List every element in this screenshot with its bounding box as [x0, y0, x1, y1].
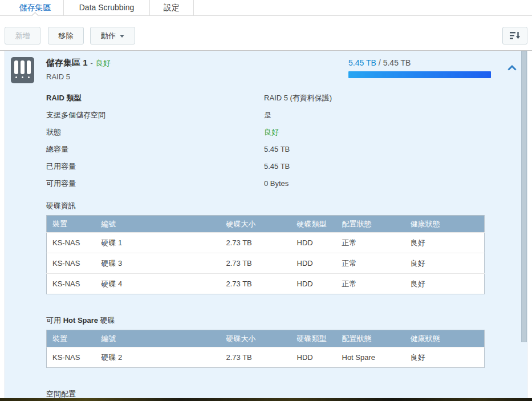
add-button[interactable]: 新增 [5, 27, 40, 44]
cell-number: 硬碟 3 [96, 253, 221, 274]
toolbar: 新增 移除 動作 [0, 17, 532, 50]
cell-health-status: 良好 [405, 253, 485, 274]
column-health-status: 健康狀態 [405, 216, 485, 233]
detail-label: RAID 類型 [46, 92, 264, 110]
detail-label: 總容量 [46, 144, 264, 161]
action-menu-button[interactable]: 動作 [90, 27, 135, 44]
sort-descending-icon [510, 31, 521, 40]
cell-allocation-status: 正常 [336, 274, 405, 294]
detail-value: 5.45 TB [264, 161, 290, 178]
column-type: 硬碟類型 [291, 216, 336, 233]
cell-size: 2.73 TB [221, 274, 291, 294]
action-button-label: 動作 [101, 31, 116, 40]
cell-type: HDD [291, 233, 336, 253]
storage-pool-panel[interactable]: 儲存集區 1-良好 RAID 5 5.45 TB/5.45 TB [5, 51, 527, 401]
detail-value: 5.45 TB [264, 144, 290, 161]
cell-health-status: 良好 [405, 274, 485, 294]
column-size: 硬碟大小 [221, 330, 291, 347]
hot-spare-table: 裝置 編號 硬碟大小 硬碟類型 配置狀態 健康狀態 KS-NAS 硬碟 2 2.… [46, 330, 485, 368]
tab-settings-label: 設定 [164, 3, 180, 12]
detail-label: 已用容量 [46, 161, 264, 178]
cell-health-status: 良好 [405, 347, 485, 368]
table-row: KS-NAS 硬碟 4 2.73 TB HDD 正常 良好 [47, 274, 485, 294]
remove-button-label: 移除 [59, 31, 74, 40]
tab-bar: 儲存集區 Data Scrubbing 設定 [0, 0, 532, 16]
cell-health-status: 良好 [405, 233, 485, 253]
caret-down-icon [120, 35, 124, 38]
capacity-text: 5.45 TB/5.45 TB [348, 58, 491, 67]
cell-type: HDD [291, 253, 336, 274]
cell-device: KS-NAS [47, 233, 96, 253]
remove-button[interactable]: 移除 [48, 27, 84, 44]
cell-number: 硬碟 4 [96, 274, 221, 294]
pool-header: 儲存集區 1-良好 RAID 5 5.45 TB/5.45 TB [5, 51, 527, 88]
column-allocation-status: 配置狀態 [336, 216, 405, 233]
detail-value: RAID 5 (有資料保護) [264, 92, 332, 110]
column-device: 裝置 [47, 216, 96, 233]
hot-spare-title-prefix: 可用 [46, 316, 63, 325]
detail-value: 是 [264, 110, 271, 127]
column-number: 編號 [96, 330, 221, 347]
column-device: 裝置 [47, 330, 96, 347]
cell-device: KS-NAS [47, 253, 96, 274]
tab-data-scrubbing[interactable]: Data Scrubbing [64, 0, 150, 16]
detail-row-status: 狀態 良好 [46, 127, 527, 144]
chevron-up-icon [507, 64, 517, 71]
tab-settings[interactable]: 設定 [150, 0, 194, 16]
cell-allocation-status: 正常 [336, 253, 405, 274]
drive-bay [21, 60, 25, 83]
cell-type: HDD [291, 347, 336, 368]
hot-spare-title-emphasis: Hot Spare [63, 316, 98, 325]
capacity-progress-bar [348, 71, 491, 78]
detail-row-multi-volume: 支援多個儲存空間 是 [46, 110, 527, 127]
drive-bay [27, 60, 31, 83]
cell-type: HDD [291, 274, 336, 294]
hot-spare-section-title: 可用 Hot Spare 硬碟 [46, 315, 527, 325]
detail-label: 狀態 [46, 127, 264, 144]
capacity-used: 5.45 TB [348, 58, 376, 67]
sort-button[interactable] [502, 27, 527, 44]
storage-manager-screen: 儲存集區 Data Scrubbing 設定 新增 移除 動作 [0, 0, 532, 401]
detail-value-status: 良好 [264, 127, 279, 144]
table-row: KS-NAS 硬碟 2 2.73 TB HDD Hot Spare 良好 [47, 347, 485, 368]
column-allocation-status: 配置狀態 [336, 330, 405, 347]
disk-info-table: 裝置 編號 硬碟大小 硬碟類型 配置狀態 健康狀態 KS-NAS 硬碟 1 2.… [46, 215, 485, 294]
column-type: 硬碟類型 [291, 330, 336, 347]
pool-title-separator: - [91, 59, 93, 67]
detail-label: 支援多個儲存空間 [46, 110, 264, 127]
hot-spare-title-suffix: 硬碟 [98, 316, 115, 325]
tab-data-scrubbing-label: Data Scrubbing [79, 3, 135, 12]
column-number: 編號 [96, 216, 221, 233]
collapse-panel-button[interactable] [507, 64, 518, 72]
pool-list-area: 儲存集區 1-良好 RAID 5 5.45 TB/5.45 TB [0, 50, 532, 401]
disk-info-header-row: 裝置 編號 硬碟大小 硬碟類型 配置狀態 健康狀態 [47, 216, 485, 233]
column-health-status: 健康狀態 [405, 330, 485, 347]
hot-spare-header-row: 裝置 編號 硬碟大小 硬碟類型 配置狀態 健康狀態 [47, 330, 485, 347]
cell-size: 2.73 TB [221, 347, 291, 368]
pool-title: 儲存集區 1 [46, 58, 88, 67]
cell-size: 2.73 TB [221, 233, 291, 253]
cell-number: 硬碟 1 [96, 233, 221, 253]
drive-bays-icon [11, 57, 34, 83]
drive-bay [14, 60, 18, 83]
vertical-scrollbar-thumb[interactable] [521, 51, 527, 342]
detail-row-raid-type: RAID 類型 RAID 5 (有資料保護) [46, 92, 527, 110]
cell-allocation-status: 正常 [336, 233, 405, 253]
detail-row-free-capacity: 可用容量 0 Bytes [46, 178, 527, 195]
pool-details: RAID 類型 RAID 5 (有資料保護) 支援多個儲存空間 是 狀態 良好 … [46, 92, 527, 195]
pool-raid-type: RAID 5 [46, 72, 111, 81]
detail-row-total-capacity: 總容量 5.45 TB [46, 144, 527, 161]
column-size: 硬碟大小 [221, 216, 291, 233]
pool-titles: 儲存集區 1-良好 RAID 5 [46, 58, 111, 81]
cell-size: 2.73 TB [221, 253, 291, 274]
cell-device: KS-NAS [47, 347, 96, 368]
capacity-block: 5.45 TB/5.45 TB [348, 58, 491, 78]
capacity-divider: / [379, 58, 381, 67]
table-row: KS-NAS 硬碟 3 2.73 TB HDD 正常 良好 [47, 253, 485, 274]
screen-bottom-edge [0, 398, 532, 401]
cell-number: 硬碟 2 [96, 347, 221, 368]
pool-status-badge: 良好 [96, 59, 111, 67]
add-button-label: 新增 [15, 31, 30, 40]
capacity-total: 5.45 TB [383, 58, 411, 67]
detail-label: 可用容量 [46, 178, 264, 195]
